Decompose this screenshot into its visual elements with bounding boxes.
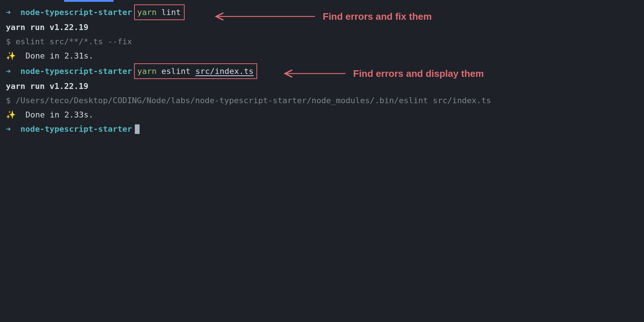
spacer	[11, 122, 21, 136]
prompt-arrow-icon: ➜	[6, 64, 11, 78]
annotation-text-2: Find errors and display them	[353, 65, 484, 82]
project-name: node-typescript-starter	[21, 122, 132, 136]
command-args: lint	[156, 5, 181, 19]
spacer	[11, 64, 21, 78]
done-text: Done in 2.33s.	[16, 108, 93, 122]
terminal-cursor	[135, 124, 140, 134]
prompt-arrow-icon: ➜	[6, 5, 11, 19]
output-done-line-1: ✨ Done in 2.31s.	[6, 49, 638, 63]
done-text: Done in 2.31s.	[16, 49, 93, 63]
sparkles-icon: ✨	[6, 49, 16, 63]
command-yarn: yarn	[137, 5, 156, 19]
highlight-box-1: yarn lint	[134, 4, 184, 20]
annotation-text-1: Find errors and fix them	[323, 8, 432, 25]
command-yarn: yarn	[137, 64, 156, 78]
top-accent-bar	[64, 0, 114, 2]
annotation-1: Find errors and fix them	[212, 8, 432, 25]
prompt-line-3[interactable]: ➜ node-typescript-starter	[6, 122, 638, 136]
sparkles-icon: ✨	[6, 108, 16, 122]
output-eslint-cmd-2: $ /Users/teco/Desktop/CODING/Node/labs/n…	[6, 93, 638, 108]
arrow-left-icon	[281, 68, 347, 79]
highlight-box-2: yarn eslint src/index.ts	[134, 63, 257, 79]
project-name: node-typescript-starter	[21, 64, 132, 78]
annotation-2: Find errors and display them	[281, 65, 484, 82]
project-name: node-typescript-starter	[21, 5, 132, 19]
output-eslint-cmd-1: $ eslint src/**/*.ts --fix	[6, 34, 638, 49]
command-args-b: src/index.ts	[195, 64, 253, 78]
prompt-arrow-icon: ➜	[6, 122, 11, 136]
spacer	[11, 5, 21, 19]
command-args-a: eslint	[156, 64, 195, 78]
output-done-line-2: ✨ Done in 2.33s.	[6, 108, 638, 122]
arrow-left-icon	[212, 11, 317, 22]
